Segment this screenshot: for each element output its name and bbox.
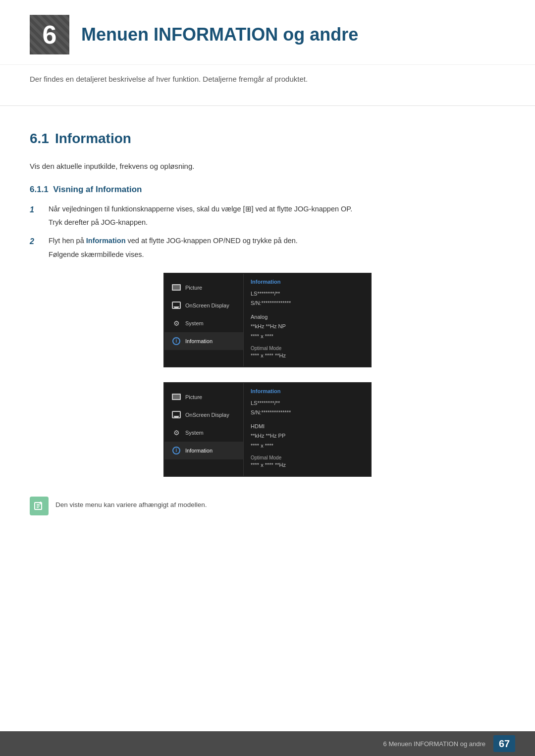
note-icon <box>30 497 49 515</box>
info-sn-1: S/N:************** <box>251 299 364 307</box>
menu-item-picture-1: Picture <box>164 279 243 297</box>
menu-label-picture-1: Picture <box>185 285 202 291</box>
menu-label-onscreen-1: OnScreen Display <box>185 302 229 308</box>
info-optimal-1: **** x **** **Hz <box>251 352 364 360</box>
system-icon-2: ⚙ <box>171 429 181 437</box>
info-panel-title-2: Information <box>251 388 364 394</box>
info-ls-1: LS********/** <box>251 290 364 298</box>
info-res-2: **** x **** <box>251 442 364 450</box>
screenshot-2: Picture OnScreen Display ⚙ System <box>163 382 372 477</box>
menu-item-onscreen-1: OnScreen Display <box>164 297 243 314</box>
info-res-1: **** x **** <box>251 332 364 341</box>
main-content: 6.1Information Vis den aktuelle inputkil… <box>0 121 535 530</box>
chapter-number-box: 6 <box>30 15 69 54</box>
menu-label-system-1: System <box>185 320 204 326</box>
menu-item-system-2: ⚙ System <box>164 424 243 442</box>
menu-item-onscreen-2: OnScreen Display <box>164 406 243 424</box>
onscreen-icon-2 <box>171 411 181 419</box>
step-2: 2 Flyt hen på Information ved at flytte … <box>30 235 505 260</box>
menu-label-system-2: System <box>185 430 204 436</box>
screenshots-area: Picture OnScreen Display ⚙ System <box>30 273 505 477</box>
subsection-number: 6.1.1 <box>30 185 49 194</box>
menu-item-system-1: ⚙ System <box>164 314 243 332</box>
section-title: 6.1Information <box>30 131 505 151</box>
step-1-text: Når vejledningen til funktionsknapperne … <box>49 203 505 228</box>
info-optimal-label-1: Optimal Mode <box>251 346 364 351</box>
info-freq-2: **kHz **Hz PP <box>251 432 364 440</box>
info-optimal-label-2: Optimal Mode <box>251 455 364 460</box>
menu-label-picture-2: Picture <box>185 394 202 400</box>
menu-right-2: Information LS********/** S/N:**********… <box>244 383 371 476</box>
info-icon-1: i <box>171 337 181 345</box>
chapter-header: 6 Menuen INFORMATION og andre <box>0 0 535 65</box>
step-1: 1 Når vejledningen til funktionsknappern… <box>30 203 505 228</box>
menu-label-info-2: Information <box>185 448 213 454</box>
subsection-title: 6.1.1 Visning af Information <box>30 185 505 195</box>
section-title-text: Information <box>55 131 131 146</box>
step-1-number: 1 <box>30 203 45 216</box>
chapter-number: 6 <box>43 20 57 50</box>
screenshot-1: Picture OnScreen Display ⚙ System <box>163 273 372 367</box>
subsection-title-text: Visning af Information <box>53 185 142 194</box>
info-optimal-2: **** x **** **Hz <box>251 461 364 469</box>
step-list: 1 Når vejledningen til funktionsknappern… <box>30 203 505 260</box>
picture-icon-2 <box>171 393 181 401</box>
note-box: Den viste menu kan variere afhængigt af … <box>30 492 505 520</box>
note-text: Den viste menu kan variere afhængigt af … <box>55 497 207 510</box>
step-2-number: 2 <box>30 235 45 248</box>
picture-icon-1 <box>171 284 181 292</box>
divider <box>0 105 535 106</box>
info-icon-2: i <box>171 447 181 454</box>
onscreen-icon-1 <box>171 302 181 309</box>
info-source-1: Analog <box>251 313 364 321</box>
section-number: 6.1 <box>30 131 49 146</box>
footer-text: 6 Menuen INFORMATION og andre <box>383 740 485 748</box>
step-2-text: Flyt hen på Information ved at flytte JO… <box>49 235 505 260</box>
menu-item-info-1: i Information <box>164 332 243 350</box>
menu-right-1: Information LS********/** S/N:**********… <box>244 274 371 366</box>
step-2-subtext: Følgende skærmbillede vises. <box>49 249 505 260</box>
info-panel-title-1: Information <box>251 279 364 285</box>
menu-item-picture-2: Picture <box>164 388 243 406</box>
info-ls-2: LS********/** <box>251 399 364 407</box>
menu-left-2: Picture OnScreen Display ⚙ System <box>164 383 244 476</box>
menu-label-onscreen-2: OnScreen Display <box>185 412 229 418</box>
highlight-information: Information <box>86 237 126 245</box>
step-1-subtext: Tryk derefter på JOG-knappen. <box>49 217 505 228</box>
chapter-title: Menuen INFORMATION og andre <box>81 24 358 45</box>
page-footer: 6 Menuen INFORMATION og andre 67 <box>0 731 535 756</box>
system-icon-1: ⚙ <box>171 319 181 327</box>
menu-item-info-2: i Information <box>164 442 243 459</box>
chapter-subtitle: Der findes en detaljeret beskrivelse af … <box>0 70 535 98</box>
footer-page-number: 67 <box>493 735 515 752</box>
info-source-2: HDMI <box>251 422 364 431</box>
menu-label-info-1: Information <box>185 338 213 344</box>
info-freq-1: **kHz **Hz NP <box>251 322 364 331</box>
menu-left-1: Picture OnScreen Display ⚙ System <box>164 274 244 366</box>
info-sn-2: S/N:************** <box>251 408 364 417</box>
section-description: Vis den aktuelle inputkilde, frekvens og… <box>30 160 505 172</box>
